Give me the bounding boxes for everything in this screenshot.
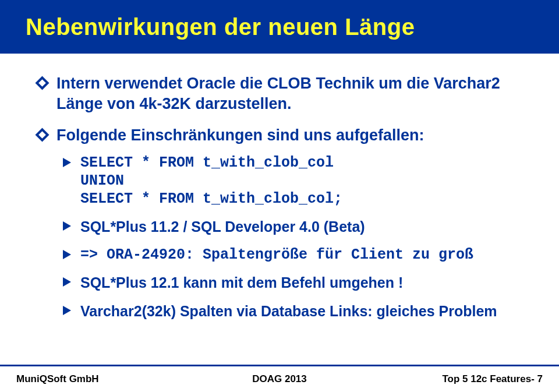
footer-center: DOAG 2013	[252, 373, 307, 385]
footer-right: Top 5 12c Features- 7	[442, 373, 543, 385]
bullet-1-text: Intern verwendet Oracle die CLOB Technik…	[56, 73, 531, 114]
triangle-icon	[63, 306, 71, 315]
sub-bullet-sqlplus12-text: SQL*Plus 12.1 kann mit dem Befehl umgehe…	[80, 273, 403, 292]
sub-bullets: SELECT * FROM t_with_clob_col UNION SELE…	[63, 154, 531, 321]
slide: Nebenwirkungen der neuen Länge Intern ve…	[0, 0, 559, 392]
content-area: Intern verwendet Oracle die CLOB Technik…	[0, 54, 559, 392]
code-block-2: => ORA-24920: Spaltengröße für Client zu…	[80, 246, 473, 264]
bullet-2: Folgende Einschränkungen sind uns aufgef…	[37, 125, 531, 320]
diamond-icon	[35, 128, 49, 142]
sub-bullet-sqlplus: SQL*Plus 11.2 / SQL Developer 4.0 (Beta)	[63, 217, 531, 236]
bullet-2-text: Folgende Einschränkungen sind uns aufgef…	[56, 125, 424, 146]
sub-bullet-sqlplus-text: SQL*Plus 11.2 / SQL Developer 4.0 (Beta)	[80, 217, 365, 236]
title-band: Nebenwirkungen der neuen Länge	[0, 0, 559, 54]
sub-bullet-varchar-text: Varchar2(32k) Spalten via Database Links…	[80, 302, 497, 321]
triangle-icon	[63, 158, 71, 167]
footer: MuniQSoft GmbH DOAG 2013 Top 5 12c Featu…	[0, 366, 559, 392]
bullet-1: Intern verwendet Oracle die CLOB Technik…	[37, 73, 531, 114]
sub-code-2: => ORA-24920: Spaltengröße für Client zu…	[63, 246, 531, 264]
slide-title: Nebenwirkungen der neuen Länge	[26, 14, 415, 40]
footer-left: MuniQSoft GmbH	[16, 373, 99, 385]
sub-bullet-sqlplus12: SQL*Plus 12.1 kann mit dem Befehl umgehe…	[63, 273, 531, 292]
code-block-1: SELECT * FROM t_with_clob_col UNION SELE…	[80, 154, 342, 209]
sub-bullet-varchar: Varchar2(32k) Spalten via Database Links…	[63, 302, 531, 321]
triangle-icon	[63, 277, 71, 287]
triangle-icon	[63, 250, 71, 259]
triangle-icon	[63, 221, 71, 231]
sub-code-1: SELECT * FROM t_with_clob_col UNION SELE…	[63, 154, 531, 209]
diamond-icon	[35, 76, 49, 90]
